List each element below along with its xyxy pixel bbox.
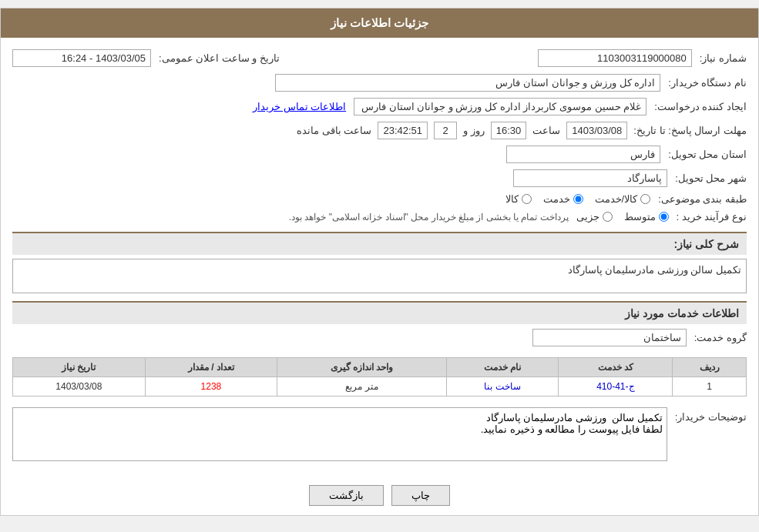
category-label: طبقه بندی موضوعی:: [658, 193, 747, 205]
province-label: استان محل تحویل:: [668, 149, 747, 160]
contact-link[interactable]: اطلاعات تماس خریدار: [253, 101, 346, 112]
buyer-org-label: نام دستگاه خریدار:: [668, 77, 747, 89]
col-quantity: تعداد / مقدار: [145, 358, 277, 377]
row-date: 1403/03/08: [13, 377, 146, 396]
services-section: اطلاعات خدمات مورد نیاز گروه خدمت: ساختم…: [12, 301, 747, 396]
page-header: جزئیات اطلاعات نیاز: [1, 8, 758, 38]
main-section: شماره نیاز: 1103003119000080 تاریخ و ساع…: [1, 38, 758, 476]
announcement-date-label: تاریخ و ساعت اعلان عمومی:: [159, 52, 280, 64]
category-option-kala: کالا: [505, 193, 532, 205]
col-row: ردیف: [673, 358, 747, 377]
services-table-body: 1 ج-41-410 ساخت بنا متر مربع 1238 1403/0…: [13, 377, 747, 396]
reply-time-label: ساعت: [532, 125, 560, 136]
reply-countdown-value: 23:42:51: [378, 122, 428, 139]
table-row: 1 ج-41-410 ساخت بنا متر مربع 1238 1403/0…: [13, 377, 747, 396]
need-number-value: 1103003119000080: [538, 49, 692, 67]
city-value: پاسارگاد: [513, 169, 667, 187]
reply-time-value: 16:30: [491, 122, 527, 139]
buyer-description-textarea[interactable]: تکمیل سالن ورزشی مادرسلیمان پاسارگاد لطف…: [12, 407, 667, 461]
province-value: فارس: [506, 146, 660, 163]
buyer-description-label: توضیحات خریدار:: [675, 407, 747, 423]
page-title: جزئیات اطلاعات نیاز: [331, 16, 428, 29]
buyer-description-section: توضیحات خریدار: تکمیل سالن ورزشی مادرسلی…: [12, 403, 747, 468]
requester-label: ایجاد کننده درخواست:: [654, 101, 747, 112]
announcement-date-value: 1403/03/05 - 16:24: [12, 49, 151, 67]
need-description-title: شرح کلی نیاز:: [12, 232, 747, 255]
button-row: بازگشت چاپ: [1, 476, 758, 515]
reply-countdown-label: ساعت باقی مانده: [297, 125, 371, 136]
reply-day-label: روز و: [463, 125, 485, 136]
row-unit: متر مربع: [277, 377, 447, 396]
page-container: جزئیات اطلاعات نیاز شماره نیاز: 11030031…: [0, 8, 759, 516]
col-date: تاریخ نیاز: [13, 358, 146, 377]
requester-value: غلام حسین موسوی کاربرداز اداره کل ورزش و…: [354, 98, 646, 115]
city-label: شهر محل تحویل:: [675, 172, 747, 184]
row-number: 1: [673, 377, 747, 396]
services-table-header: ردیف کد خدمت نام خدمت واحد اندازه گیری ت…: [13, 358, 747, 377]
service-group-label: گروه خدمت:: [694, 332, 747, 343]
row-service-name: ساخت بنا: [446, 377, 559, 396]
row-code: ج-41-410: [559, 377, 673, 396]
purchase-type-label: نوع فرآیند خرید :: [677, 211, 747, 223]
print-button[interactable]: چاپ: [391, 485, 450, 506]
reply-deadline-label: مهلت ارسال پاسخ: تا تاریخ:: [633, 125, 747, 136]
category-radio-group: کالا خدمت کالا/خدمت: [505, 193, 651, 205]
row-quantity: 1238: [145, 377, 277, 396]
purchase-type-radio-group: جزیی متوسط: [576, 211, 669, 223]
col-code: کد خدمت: [559, 358, 673, 377]
need-number-label: شماره نیاز:: [700, 52, 747, 64]
col-unit: واحد اندازه گیری: [277, 358, 447, 377]
services-section-title: اطلاعات خدمات مورد نیاز: [12, 301, 747, 324]
purchase-type-note: پرداخت تمام یا بخشی از مبلغ خریدار محل "…: [289, 212, 569, 223]
purchase-type-motavaset: متوسط: [624, 211, 669, 223]
purchase-type-jozi: جزیی: [576, 211, 613, 223]
need-description-section: شرح کلی نیاز: تکمیل سالن ورزشی مادرسلیما…: [12, 232, 747, 297]
category-option-kala-khadmat: کالا/خدمت: [595, 193, 651, 205]
services-table: ردیف کد خدمت نام خدمت واحد اندازه گیری ت…: [12, 357, 747, 396]
need-description-label: شرح کلی نیاز:: [674, 238, 739, 250]
category-option-khadmat: خدمت: [543, 193, 583, 205]
services-table-header-row: ردیف کد خدمت نام خدمت واحد اندازه گیری ت…: [13, 358, 747, 377]
need-description-value: تکمیل سالن ورزشی مادرسلیمان پاسارگاد: [12, 259, 747, 293]
buyer-org-value: اداره کل ورزش و جوانان استان فارس: [275, 74, 660, 92]
service-group-value: ساختمان: [532, 329, 687, 346]
reply-day-value: 2: [434, 122, 457, 139]
reply-date-value: 1403/03/08: [566, 122, 627, 139]
back-button[interactable]: بازگشت: [309, 485, 384, 506]
col-name: نام خدمت: [446, 358, 559, 377]
